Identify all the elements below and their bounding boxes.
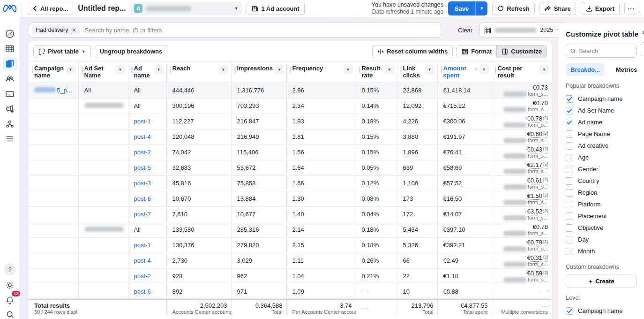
share-button[interactable]: Share <box>539 2 576 15</box>
column-drag-handle[interactable]: ⋮⋮ <box>30 67 34 73</box>
checkbox[interactable] <box>566 142 573 150</box>
settings-gear-icon[interactable] <box>2 279 17 292</box>
column-menu-caret[interactable]: ▼ <box>116 65 125 74</box>
breakdown-page-name[interactable]: Page Name <box>566 128 644 140</box>
ad-name-link[interactable]: post-3 <box>134 180 151 187</box>
ad-name-link[interactable]: post-1 <box>134 118 151 125</box>
column-menu-caret[interactable]: ▼ <box>66 65 75 74</box>
format-button[interactable]: Format <box>457 46 496 58</box>
breakdown-ad-set-name[interactable]: Ad Set Name <box>566 105 644 116</box>
column-drag-handle[interactable]: ⋮⋮ <box>233 67 237 73</box>
checkbox-checked[interactable] <box>566 95 573 103</box>
audiences-icon[interactable] <box>2 72 17 85</box>
checkbox-checked[interactable] <box>566 107 573 114</box>
checkbox-checked[interactable] <box>566 119 573 126</box>
ad-name-link[interactable]: post-2 <box>134 149 151 156</box>
checkbox[interactable] <box>566 166 573 173</box>
breakdown-day[interactable]: Day <box>566 234 644 245</box>
clipped-side-control[interactable] <box>640 42 644 56</box>
remove-filter-icon[interactable]: ✕ <box>72 27 76 33</box>
advertise-megaphone-icon[interactable] <box>2 102 17 115</box>
tab-metrics[interactable]: Metrics <box>611 63 642 76</box>
column-menu-caret[interactable]: ▼ <box>425 65 434 74</box>
sort-descending-icon[interactable]: ↓ <box>475 65 478 72</box>
level-campaign-name[interactable]: Campaign name <box>566 305 644 317</box>
checkbox[interactable] <box>566 236 573 243</box>
clear-filters-link[interactable]: Clear <box>458 27 472 34</box>
save-options-caret[interactable]: ▼ <box>475 1 487 15</box>
checkbox-checked[interactable] <box>566 307 573 315</box>
breakdown-ad-creative[interactable]: Ad creative <box>566 140 644 152</box>
account-selector[interactable]: A ▼ <box>130 2 242 15</box>
reset-column-widths-button[interactable]: Reset column widths <box>372 45 453 58</box>
assets-hierarchy-icon[interactable] <box>2 117 17 130</box>
breakdown-region[interactable]: Region <box>566 187 644 198</box>
ad-name-link[interactable]: post-4 <box>134 133 151 140</box>
ad-name-link[interactable]: post-7 <box>134 211 151 218</box>
filter-search-box[interactable]: Had delivery ✕ Search by name, ID or fil… <box>29 23 441 38</box>
checkbox[interactable] <box>566 177 573 185</box>
column-drag-handle[interactable]: ⋮⋮ <box>358 67 362 73</box>
column-menu-caret[interactable]: ▼ <box>275 65 284 74</box>
column-menu-caret[interactable]: ▼ <box>344 65 353 74</box>
breakdown-objective[interactable]: Objective <box>566 222 644 234</box>
meta-logo[interactable] <box>3 4 16 14</box>
breakdown-country[interactable]: Country <box>566 175 644 187</box>
date-range-picker[interactable]: 2025 ▼ <box>479 23 566 38</box>
breakdown-gender[interactable]: Gender <box>566 163 644 175</box>
refresh-button[interactable]: Refresh <box>492 2 534 15</box>
checkbox[interactable] <box>566 248 573 255</box>
reports-icon-selected[interactable] <box>2 57 17 70</box>
breakdown-placement[interactable]: Placement <box>566 210 644 222</box>
checkbox[interactable] <box>566 213 573 220</box>
billing-icon[interactable] <box>2 87 17 100</box>
column-drag-handle[interactable]: ⋮⋮ <box>494 67 498 73</box>
all-tools-menu-icon[interactable] <box>2 132 17 145</box>
column-menu-caret[interactable]: ▼ <box>539 65 549 74</box>
ad-name-link[interactable]: post-2 <box>134 273 151 280</box>
column-drag-handle[interactable]: ⋮⋮ <box>130 67 134 73</box>
campaign-name-link[interactable]: 5_p... <box>57 87 72 94</box>
checkbox[interactable] <box>566 201 573 208</box>
column-menu-caret[interactable]: ▼ <box>219 65 228 74</box>
save-button[interactable]: Save <box>448 1 475 15</box>
ad-name-link[interactable]: post-6 <box>134 288 151 295</box>
checkbox[interactable] <box>566 189 573 197</box>
more-options-button[interactable]: ··· <box>624 2 638 15</box>
notifications-bell-icon[interactable]: 12 <box>2 294 17 307</box>
breakdown-ad-name[interactable]: Ad name <box>566 116 644 128</box>
ad-name-link[interactable]: post-4 <box>134 257 151 264</box>
ad-account-button[interactable]: 1 Ad account <box>247 2 304 15</box>
campaigns-table-icon[interactable] <box>2 42 17 55</box>
breakdown-month[interactable]: Month <box>566 245 644 257</box>
overview-gauge-icon[interactable] <box>2 27 17 40</box>
ad-name-link[interactable]: post-1 <box>134 242 151 249</box>
ad-name-link[interactable]: post-5 <box>134 164 151 171</box>
search-rail-icon[interactable] <box>2 308 17 319</box>
close-panel-icon[interactable]: ✕ <box>642 29 644 36</box>
column-drag-handle[interactable]: ⋮⋮ <box>288 67 292 73</box>
ad-name-link[interactable]: post-6 <box>134 195 151 202</box>
ungroup-breakdowns-button[interactable]: Ungroup breakdowns <box>95 45 168 58</box>
help-icon[interactable]: ? <box>2 263 17 276</box>
column-drag-handle[interactable]: ⋮⋮ <box>80 67 84 73</box>
breakdown-search-input[interactable]: Search <box>566 44 637 58</box>
breakdown-platform[interactable]: Platform <box>566 198 644 210</box>
column-drag-handle[interactable]: ⋮⋮ <box>399 67 403 73</box>
had-delivery-filter-chip[interactable]: Had delivery ✕ <box>32 24 80 36</box>
column-menu-caret[interactable]: ▼ <box>479 65 489 74</box>
column-drag-handle[interactable]: ⋮⋮ <box>168 67 172 73</box>
column-menu-caret[interactable]: ▼ <box>154 65 164 74</box>
checkbox[interactable] <box>566 224 573 232</box>
level-item-clipped[interactable] <box>566 317 644 319</box>
breakdown-campaign-name[interactable]: Campaign name <box>566 93 644 105</box>
column-menu-caret[interactable]: ▼ <box>385 65 394 74</box>
breakdown-age[interactable]: Age <box>566 152 644 163</box>
column-drag-handle[interactable]: ⋮⋮ <box>439 67 443 73</box>
customize-button[interactable]: Customize <box>496 46 547 58</box>
all-reports-back-button[interactable]: All repo... <box>28 2 73 15</box>
create-custom-breakdown-button[interactable]: + Create <box>566 274 637 288</box>
checkbox[interactable] <box>566 130 573 138</box>
pivot-table-view-dropdown[interactable]: Pivot table ▼ <box>33 45 91 58</box>
tab-breakdo[interactable]: Breakdo... <box>566 63 605 76</box>
